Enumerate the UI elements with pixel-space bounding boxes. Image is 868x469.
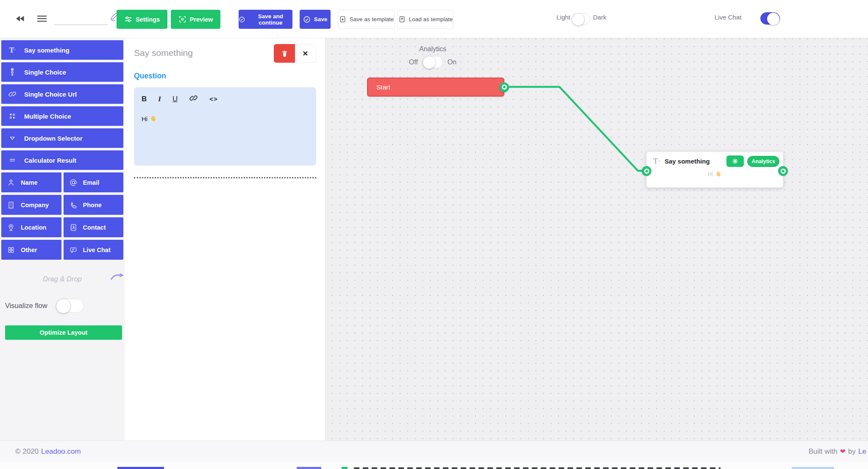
text-icon: T: [652, 157, 661, 166]
equals-icon: [8, 156, 17, 164]
components-sidebar: T Say something Single Choice Single Cho…: [0, 38, 125, 441]
say-something-node[interactable]: T Say something Analytics Hi: [646, 152, 783, 188]
sidebar-item-other[interactable]: Other: [1, 240, 61, 260]
theme-light-label: Light: [556, 14, 570, 21]
preview-icon: [178, 15, 186, 23]
theme-dark-label: Dark: [593, 14, 606, 21]
sidebar-item-company[interactable]: Company: [1, 195, 61, 215]
drag-drop-hint: Drag & Drop: [1, 273, 123, 286]
chat-bubble-icon: [69, 246, 78, 254]
message-content[interactable]: Hi: [142, 115, 309, 122]
optimize-layout-button[interactable]: Optimize Layout: [5, 325, 122, 340]
sidebar-item-email[interactable]: Email: [64, 172, 124, 192]
theme-toggle[interactable]: [572, 13, 590, 25]
sidebar-item-live-chat[interactable]: Live Chat: [64, 240, 124, 260]
menu-button[interactable]: [36, 14, 47, 23]
person-icon: [7, 178, 15, 187]
file-download-icon: [339, 16, 346, 23]
sidebar-item-label: Location: [21, 224, 46, 231]
sidebar-item-location[interactable]: Location: [1, 217, 61, 237]
sidebar-item-contact[interactable]: Contact: [64, 217, 124, 237]
flow-canvas[interactable]: Analytics Off On Start T Say something A…: [326, 38, 868, 441]
link-icon: [8, 90, 17, 98]
node-output-connector[interactable]: [778, 166, 788, 176]
gear-icon: [732, 158, 738, 164]
brand-link-partial[interactable]: Le: [858, 447, 866, 456]
panel-header: Say something ×: [134, 44, 316, 63]
cutoff-fragment: [342, 467, 348, 469]
contact-book-icon: [69, 223, 78, 232]
node-analytics-badge[interactable]: Analytics: [747, 156, 779, 167]
visualize-flow-toggle[interactable]: [56, 299, 84, 313]
node-settings-button[interactable]: [726, 155, 744, 167]
save-and-continue-label: Save and continue: [249, 13, 292, 26]
collapse-sidebar-button[interactable]: [15, 14, 25, 24]
sidebar-item-label: Single Choice Url: [24, 91, 77, 98]
message-editor[interactable]: B I U <> Hi: [134, 87, 316, 166]
node-input-connector[interactable]: [642, 166, 651, 176]
bold-button[interactable]: B: [142, 95, 147, 103]
sidebar-item-single-choice[interactable]: Single Choice: [1, 62, 123, 82]
trash-icon: [281, 50, 289, 58]
analytics-on-label: On: [448, 58, 456, 66]
code-button[interactable]: <>: [209, 95, 218, 103]
node-header: T Say something Analytics: [647, 152, 783, 167]
phone-icon: [69, 201, 78, 209]
analytics-toggle[interactable]: [423, 56, 443, 68]
save-and-continue-button[interactable]: Save and continue: [239, 10, 292, 29]
underline-button[interactable]: U: [172, 95, 178, 103]
bot-title-input[interactable]: [54, 14, 108, 25]
save-as-template-label: Save as template: [350, 16, 394, 22]
load-as-template-label: Load as template: [409, 16, 453, 22]
sidebar-item-label: Single Choice: [24, 69, 66, 76]
question-label: Question: [134, 72, 316, 80]
sidebar-item-label: Email: [83, 179, 100, 186]
start-node-output-connector[interactable]: [499, 82, 509, 92]
close-panel-button[interactable]: ×: [295, 44, 316, 63]
analytics-control: Analytics Off On: [391, 45, 474, 68]
insert-link-button[interactable]: [189, 94, 198, 105]
node-title: Say something: [665, 158, 723, 165]
save-button[interactable]: Save: [300, 10, 331, 29]
at-icon: [69, 178, 78, 187]
sliders-icon: [124, 15, 132, 23]
sidebar-item-phone[interactable]: Phone: [64, 195, 124, 215]
bot-title-field[interactable]: [54, 14, 108, 25]
sidebar-item-multiple-choice[interactable]: Multiple Choice: [1, 106, 123, 126]
radio-list-icon: [8, 68, 17, 76]
link-icon: [189, 94, 198, 103]
sidebar-item-name[interactable]: Name: [1, 172, 61, 192]
text-icon: T: [8, 46, 17, 54]
footer: © 2020 Leadoo.com Built with ❤ by Le: [0, 441, 868, 462]
sidebar-grid: Name Email Company Phone Location: [1, 172, 123, 260]
sidebar-item-label: Say something: [24, 47, 70, 54]
sidebar-item-label: Live Chat: [83, 247, 111, 253]
delete-node-button[interactable]: [274, 44, 295, 63]
visualize-flow-label: Visualize flow: [5, 302, 47, 310]
live-chat-toggle[interactable]: [760, 12, 780, 25]
sidebar-item-label: Company: [21, 202, 49, 208]
node-message-text: Hi: [707, 171, 713, 178]
sidebar-item-calculator-result[interactable]: Calculator Result: [1, 150, 123, 170]
settings-button[interactable]: Settings: [117, 10, 167, 29]
load-as-template-button[interactable]: Load as template: [398, 10, 453, 29]
analytics-label: Analytics: [391, 45, 474, 53]
save-as-template-button[interactable]: Save as template: [338, 10, 395, 29]
rewind-icon: [15, 14, 25, 24]
sidebar-item-say-something[interactable]: T Say something: [1, 40, 123, 60]
preview-button[interactable]: Preview: [171, 10, 220, 29]
panel-title: Say something: [134, 48, 274, 58]
start-node[interactable]: Start: [367, 78, 504, 97]
leadoo-link[interactable]: Leadoo.com: [41, 447, 81, 456]
sidebar-item-label: Name: [21, 179, 38, 186]
node-editor-panel: Say something × Question B I U <>: [125, 38, 326, 441]
start-node-label: Start: [376, 83, 390, 91]
hamburger-icon: [36, 14, 47, 23]
analytics-off-label: Off: [409, 58, 418, 66]
sidebar-item-single-choice-url[interactable]: Single Choice Url: [1, 84, 123, 104]
italic-button[interactable]: I: [158, 95, 161, 103]
live-chat-label: Live Chat: [715, 14, 741, 21]
sidebar-item-dropdown-selector[interactable]: Dropdown Selector: [1, 128, 123, 148]
dotted-separator: [134, 177, 316, 178]
connection-line: [326, 38, 868, 441]
